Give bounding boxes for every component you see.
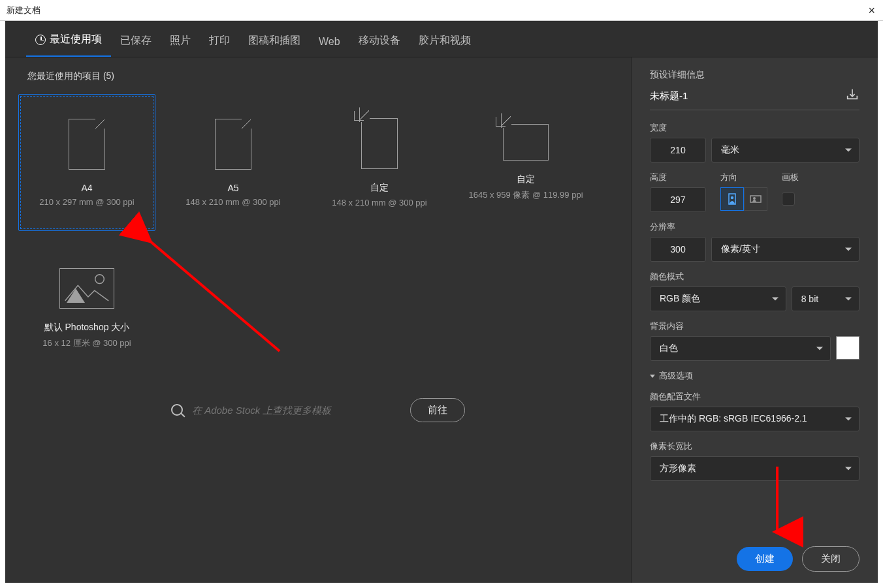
- preset-sub: 1645 x 959 像素 @ 119.99 ppi: [468, 189, 583, 201]
- preset-sub: 16 x 12 厘米 @ 300 ppi: [42, 337, 131, 349]
- color-profile-select[interactable]: 工作中的 RGB: sRGB IEC61966-2.1: [650, 407, 859, 431]
- preset-name: A5: [227, 183, 238, 193]
- custom-doc-icon: [503, 124, 549, 161]
- preset-custom-2[interactable]: 自定 1645 x 959 像素 @ 119.99 ppi: [457, 94, 594, 231]
- height-input[interactable]: 297: [650, 187, 706, 212]
- width-unit-select[interactable]: 毫米: [711, 138, 859, 162]
- dialog-footer: 创建 关闭: [632, 534, 878, 583]
- create-button[interactable]: 创建: [737, 547, 793, 571]
- tab-photo[interactable]: 照片: [161, 23, 200, 57]
- image-icon: [59, 268, 114, 309]
- bit-depth-select[interactable]: 8 bit: [792, 286, 859, 311]
- background-label: 背景内容: [650, 320, 859, 332]
- window-title: 新建文档: [7, 5, 40, 16]
- artboard-checkbox[interactable]: [782, 193, 795, 206]
- doc-name-input[interactable]: 未标题-1: [650, 90, 688, 102]
- doc-name-row: 未标题-1: [650, 87, 859, 110]
- titlebar: 新建文档 ×: [0, 0, 883, 21]
- orientation-portrait[interactable]: [720, 187, 744, 211]
- document-icon: [215, 119, 251, 170]
- resolution-input[interactable]: 300: [650, 237, 706, 262]
- save-preset-icon[interactable]: [845, 87, 859, 104]
- resolution-unit-select[interactable]: 像素/英寸: [711, 237, 859, 262]
- details-title: 预设详细信息: [650, 69, 859, 81]
- width-input[interactable]: 210: [650, 138, 706, 162]
- close-button[interactable]: 关闭: [802, 546, 859, 572]
- preset-default-ps[interactable]: 默认 Photoshop 大小 16 x 12 厘米 @ 300 ppi: [18, 240, 155, 377]
- ratio-label: 像素长宽比: [650, 441, 859, 452]
- preset-sub: 210 x 297 mm @ 300 ppi: [39, 197, 134, 207]
- custom-doc-icon: [361, 118, 398, 169]
- stock-search-bar: 前往: [5, 384, 631, 436]
- preset-sub: 148 x 210 mm @ 300 ppi: [332, 198, 426, 208]
- color-mode-select[interactable]: RGB 颜色: [650, 286, 786, 311]
- preset-a4[interactable]: A4 210 x 297 mm @ 300 ppi: [18, 94, 155, 231]
- category-tabs: 最近使用项 已保存 照片 打印 图稿和插图 Web 移动设备 胶片和视频: [5, 21, 878, 57]
- orientation-label: 方向: [720, 172, 767, 183]
- background-swatch[interactable]: [836, 336, 859, 360]
- profile-label: 颜色配置文件: [650, 391, 859, 403]
- svg-point-0: [95, 275, 104, 284]
- color-mode-label: 颜色模式: [650, 271, 859, 283]
- preset-sub: 148 x 210 mm @ 300 ppi: [185, 197, 280, 207]
- search-icon: [171, 404, 183, 416]
- height-label: 高度: [650, 172, 706, 183]
- tab-saved[interactable]: 已保存: [111, 23, 161, 57]
- tab-mobile[interactable]: 移动设备: [349, 23, 409, 57]
- close-icon[interactable]: ×: [868, 4, 875, 18]
- pixel-ratio-select[interactable]: 方形像素: [650, 456, 859, 481]
- tab-print[interactable]: 打印: [200, 23, 239, 57]
- clock-icon: [35, 35, 46, 45]
- recent-header: 您最近使用的项目 (5): [5, 57, 631, 87]
- stock-go-button[interactable]: 前往: [410, 398, 465, 422]
- details-panel: 预设详细信息 未标题-1 宽度 210 毫米 高度 297: [631, 57, 878, 583]
- preset-name: 自定: [370, 182, 389, 194]
- new-document-dialog: 最近使用项 已保存 照片 打印 图稿和插图 Web 移动设备 胶片和视频 您最近…: [5, 21, 878, 583]
- width-label: 宽度: [650, 122, 859, 134]
- svg-point-3: [731, 196, 733, 199]
- advanced-toggle[interactable]: 高级选项: [650, 370, 859, 382]
- preset-area: 您最近使用的项目 (5) A4 210 x 297 mm @ 300 ppi A…: [5, 57, 631, 583]
- svg-point-5: [753, 197, 756, 200]
- document-icon: [69, 119, 105, 170]
- preset-name: 自定: [517, 174, 535, 185]
- resolution-label: 分辨率: [650, 221, 859, 233]
- background-select[interactable]: 白色: [650, 336, 831, 361]
- tab-web[interactable]: Web: [310, 25, 349, 57]
- tab-art[interactable]: 图稿和插图: [239, 23, 310, 57]
- preset-name: A4: [81, 183, 92, 193]
- preset-name: 默认 Photoshop 大小: [44, 322, 130, 333]
- preset-grid: A4 210 x 297 mm @ 300 ppi A5 148 x 210 m…: [5, 87, 631, 384]
- orientation-landscape[interactable]: [744, 187, 767, 211]
- preset-custom-1[interactable]: 自定 148 x 210 mm @ 300 ppi: [311, 94, 448, 231]
- stock-search-input[interactable]: [192, 405, 401, 416]
- preset-a5[interactable]: A5 148 x 210 mm @ 300 ppi: [165, 94, 302, 231]
- artboard-label: 画板: [782, 172, 799, 183]
- tab-film[interactable]: 胶片和视频: [409, 23, 480, 57]
- tab-recent[interactable]: 最近使用项: [26, 22, 111, 57]
